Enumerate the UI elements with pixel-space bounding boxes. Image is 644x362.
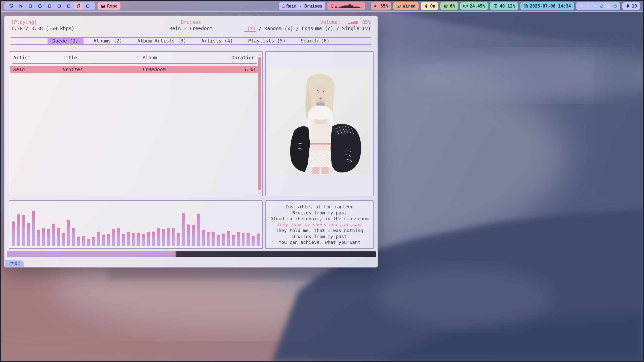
cpu-icon [443,4,448,9]
status-clock[interactable]: 2025-07-06 14:34 [520,2,574,10]
status-bluetooth-value: On [430,4,435,9]
cat-icon [7,3,16,9]
spectrum-bar [82,236,85,246]
spectrum-bar [77,237,80,246]
cell-duration: 3:38 [244,67,255,72]
window-tag: rmpc [5,260,24,267]
rmpc-window: [Playing] 1:38 / 3:38 (160 kbps) Bruises… [4,16,378,267]
workspace-9[interactable] [83,2,93,10]
player-header: [Playing] 1:38 / 3:38 (160 kbps) Bruises… [11,19,371,34]
lyric-line: They told me, that I was nothing [267,228,372,234]
scrollbar-thumb[interactable] [258,57,261,190]
status-memory[interactable]: 24.45% [460,2,488,10]
volume-bars-icon [345,20,358,25]
keyboard-icon[interactable] [593,4,597,8]
spectrum-bar [27,223,30,246]
spectrum-bar [97,232,100,246]
spectrum-bar [32,211,35,246]
mode-repeat: (z) [244,26,256,32]
spectrum-bar [242,233,245,246]
status-bluetooth[interactable]: On [421,2,438,10]
player-time: 1:38 / 3:38 (160 kbps) [11,25,74,32]
spectrum-bar [147,232,150,246]
workspace-switcher [4,2,95,10]
phone-icon[interactable] [586,4,590,8]
status-disk[interactable]: 40.12% [490,2,518,10]
spectrum-bar [237,232,240,246]
mustache-icon[interactable] [579,4,583,8]
playback-modes[interactable]: (z) / Random (x) / Consume (c) / Single … [244,25,371,32]
status-volume[interactable]: 55% [371,2,391,10]
spectrum-bar [247,233,250,246]
visualizer-panel [9,200,263,249]
lyrics-text: Invisible, at the canteenBruises from my… [267,204,372,245]
volume-value: 85% [362,19,371,25]
tab-bar: Queue (1)Albums (2)Album Artists (3)Arti… [11,38,371,44]
active-app-button[interactable]: Rmpc [98,2,120,10]
spectrum-bars [12,203,260,246]
square-icon [64,3,73,9]
spectrum-bar [22,215,25,246]
spectrum-bar [127,232,130,246]
status-volume-value: 55% [380,4,388,9]
column-header-title: Title [63,55,77,60]
scroll-up-icon[interactable]: ▲ [258,53,261,56]
scroll-down-icon[interactable]: ▼ [258,192,261,195]
spectrum-bar [182,213,185,246]
notifications-button[interactable]: 10 [622,2,640,10]
table-row[interactable]: Rein Bruises Freedoom 3:38 [10,66,258,73]
now-playing-label: Rein - Bruises [286,4,322,9]
workspace-4[interactable] [35,2,45,10]
spectrum-bar [232,235,235,246]
column-header-duration: Duration [231,55,255,60]
workspace-1[interactable] [7,2,16,10]
cell-title: Bruises [63,67,83,72]
lyric-line: You can achieve, what you want [267,239,372,245]
progress-bar[interactable] [7,251,376,257]
spectrum-bar [162,229,165,246]
spectrum-bar [117,228,120,246]
spectrum-bar [17,214,20,246]
bell-icon [625,4,630,9]
speaker-icon [374,4,379,9]
mini-visualizer[interactable]: ♫ ▃▁▃▄▅▅▇▅▃▃▂▁ [327,2,365,10]
tab-playlists[interactable]: Playlists (5) [243,38,291,44]
check-icon[interactable] [613,4,617,8]
workspace-8[interactable] [73,2,83,10]
workspace-3[interactable] [26,2,35,10]
spectrum-bar [92,237,95,246]
status-memory-value: 24.45% [470,4,485,9]
tab-album[interactable]: Album Artists (3) [132,38,191,44]
tab-search[interactable]: Search (6) [296,38,334,44]
spectrum-bar [207,232,210,246]
terminal-icon [101,4,105,9]
status-network[interactable]: Wired [393,2,419,10]
column-header-album: Album [143,55,157,60]
spectrum-bar [37,230,40,246]
status-clock-value: 2025-07-06 14:34 [530,4,571,9]
lyric-line: Bruises from my past [267,210,372,216]
system-tray[interactable] [576,2,620,10]
workspace-6[interactable] [54,2,64,10]
progress-elapsed [7,251,173,257]
workspace-5[interactable] [45,2,54,10]
spectrum-bar [137,233,140,246]
window-icon[interactable] [606,4,611,8]
notification-count: 10 [632,4,637,9]
spectrum-bar [227,231,230,246]
calendar-icon [523,4,528,9]
queue-scrollbar[interactable]: ▲ ▼ [258,53,261,195]
tab-albums[interactable]: Albums (2) [89,38,127,44]
workspace-2[interactable] [16,2,26,10]
tab-artists[interactable]: Artists (4) [196,38,238,44]
key-icon[interactable] [599,4,604,8]
spectrum-bar [252,236,255,246]
spectrum-bar [202,230,205,246]
music-note-icon: ♫ [330,4,333,8]
now-playing-widget[interactable]: ♫ Rein - Bruises [279,2,325,10]
status-cpu[interactable]: 6% [440,2,458,10]
workspace-7[interactable] [64,2,73,10]
ethernet-icon [396,4,401,9]
spectrum-bar [12,221,15,246]
tab-queue[interactable]: Queue (1) [48,38,84,44]
